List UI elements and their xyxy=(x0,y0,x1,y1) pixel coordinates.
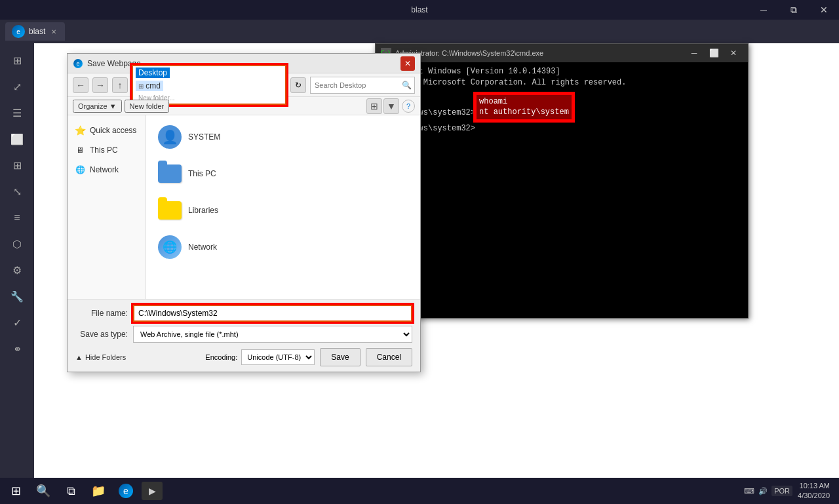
file-label-libraries: Libraries xyxy=(188,206,218,215)
system-user-icon: 👤 xyxy=(158,125,182,149)
media-taskbar-icon[interactable]: ▶ xyxy=(142,482,163,500)
search-input[interactable] xyxy=(310,77,415,94)
time-display: 10:13 AM 4/30/2020 xyxy=(798,481,835,501)
encoding-section: Encoding: Unicode (UTF-8) xyxy=(205,349,315,365)
dialog-back-button[interactable]: ← xyxy=(73,77,88,93)
sidebar-tool-icon[interactable]: 🔧 xyxy=(5,284,29,308)
refresh-button[interactable]: ↻ xyxy=(290,77,306,93)
window-titlebar: blast ─ ⧉ ✕ xyxy=(0,0,839,20)
search-icon: 🔍 xyxy=(402,81,412,90)
cancel-button[interactable]: Cancel xyxy=(366,348,412,366)
save-webpage-dialog: e Save Webpage ✕ ← → ↑ Desktop ⊞ xyxy=(67,53,421,372)
cmd-prompt2: C:\Windows\system32> xyxy=(381,123,743,134)
window-controls: ─ ⧉ ✕ xyxy=(749,0,839,20)
filename-input[interactable] xyxy=(133,305,412,322)
sidebar-expand-icon[interactable]: ⤢ xyxy=(5,75,29,98)
sidebar-resize-icon[interactable]: ⤡ xyxy=(5,180,29,203)
dialog-up-button[interactable]: ↑ xyxy=(112,77,128,93)
taskbar-right: ⌨ 🔊 POR 10:13 AM 4/30/2020 xyxy=(744,481,835,501)
view-dropdown-button[interactable]: ▼ xyxy=(383,98,399,114)
time-value: 10:13 AM xyxy=(798,481,830,491)
desktop-area: C:\ Administrator: C:\Windows\System32\c… xyxy=(34,43,839,478)
file-label-this-pc: This PC xyxy=(188,169,216,178)
file-item-system[interactable]: 👤 SYSTEM xyxy=(154,123,412,151)
search-taskbar-icon[interactable]: 🔍 xyxy=(31,479,55,503)
chevron-up-icon: ▲ xyxy=(75,353,83,361)
cmd-titlebar: C:\ Administrator: C:\Windows\System32\c… xyxy=(376,44,748,62)
network-globe-icon: 🌐 xyxy=(158,235,182,259)
sidebar-puzzle-icon[interactable]: ⬡ xyxy=(5,232,29,256)
network-nav-icon: 🌐 xyxy=(74,164,86,176)
cmd-content: Microsoft Windows [Version 10.0.14393] (… xyxy=(376,62,748,138)
sidebar-item-network[interactable]: 🌐 Network xyxy=(68,160,146,180)
dialog-toolbar: ← → ↑ Desktop ⊞ cmd New folder... ↻ xyxy=(68,73,420,97)
close-window-button[interactable]: ✕ xyxy=(809,0,839,20)
restore-button[interactable]: ⧉ xyxy=(779,0,809,20)
dialog-close-button[interactable]: ✕ xyxy=(400,56,415,71)
help-button[interactable]: ? xyxy=(402,100,415,113)
cmd-line1: Microsoft Windows [Version 10.0.14393] xyxy=(381,66,743,77)
this-pc-icon xyxy=(158,162,182,185)
pc-folder-icon xyxy=(158,165,182,183)
libraries-icon xyxy=(158,199,182,222)
cmd-command-area: C:\Windows\system32>whoamint authority\s… xyxy=(381,94,743,121)
cmd-window: C:\ Administrator: C:\Windows\System32\c… xyxy=(375,43,749,319)
new-folder-button[interactable]: New folder xyxy=(125,100,170,113)
tab-label: blast xyxy=(29,27,45,36)
cmd-title: Administrator: C:\Windows\System32\cmd.e… xyxy=(395,49,681,57)
start-button[interactable]: ⊞ xyxy=(4,479,28,503)
hide-folders-button[interactable]: ▲ Hide Folders xyxy=(75,353,126,361)
content-area: C:\ Administrator: C:\Windows\System32\c… xyxy=(34,43,839,478)
volume-icon: 🔊 xyxy=(758,487,768,495)
tab-bar: e blast ✕ xyxy=(0,20,839,43)
file-item-this-pc[interactable]: This PC xyxy=(154,160,412,187)
tab-close-button[interactable]: ✕ xyxy=(49,27,58,36)
sidebar-grid2-icon[interactable]: ⊞ xyxy=(5,153,29,177)
user-avatar-icon: 👤 xyxy=(158,125,182,149)
task-view-button[interactable]: ⧉ xyxy=(59,479,83,503)
cmd-close-button[interactable]: ✕ xyxy=(724,47,743,60)
sidebar-settings-icon[interactable]: ⚙ xyxy=(5,258,29,282)
cmd-controls: ─ ⬜ ✕ xyxy=(685,47,743,60)
language-indicator[interactable]: POR xyxy=(771,486,792,496)
sidebar-menu-icon[interactable]: ☰ xyxy=(5,101,29,125)
encoding-label: Encoding: xyxy=(205,353,237,361)
file-item-network[interactable]: 🌐 Network xyxy=(154,233,412,261)
view-mode-button[interactable]: ⊞ xyxy=(366,98,382,114)
sidebar-item-quick-access[interactable]: ⭐ Quick access xyxy=(68,121,146,140)
sidebar-quick-access-label: Quick access xyxy=(90,126,136,135)
sidebar-bars-icon[interactable]: ≡ xyxy=(5,206,29,229)
file-list: 👤 SYSTEM This PC xyxy=(146,115,420,299)
file-item-libraries[interactable]: Libraries xyxy=(154,197,412,224)
libraries-folder-icon xyxy=(158,201,182,220)
hide-folders-label: Hide Folders xyxy=(85,353,126,361)
encoding-select[interactable]: Unicode (UTF-8) xyxy=(241,349,315,365)
dialog-content: ⭐ Quick access 🖥 This PC 🌐 Network xyxy=(68,115,420,299)
cmd-restore-button[interactable]: ⬜ xyxy=(705,47,723,60)
ie-taskbar-icon[interactable]: e xyxy=(114,479,138,503)
browser-tab[interactable]: e blast ✕ xyxy=(5,22,65,41)
tab-favicon: e xyxy=(12,25,25,38)
cmd-highlighted-command: whoamint authority\system xyxy=(475,94,573,121)
dialog-nav-sidebar: ⭐ Quick access 🖥 This PC 🌐 Network xyxy=(68,115,146,299)
dialog-forward-button[interactable]: → xyxy=(92,77,108,93)
file-explorer-button[interactable]: 📁 xyxy=(87,479,110,503)
date-value: 4/30/2020 xyxy=(798,491,830,501)
sidebar-item-this-pc[interactable]: 🖥 This PC xyxy=(68,140,146,160)
sidebar-grid-icon[interactable]: ⊞ xyxy=(5,48,29,72)
window-title: blast xyxy=(411,5,427,14)
sidebar-check-icon[interactable]: ✓ xyxy=(5,311,29,334)
save-button[interactable]: Save xyxy=(320,348,360,366)
organize-button[interactable]: Organize ▼ xyxy=(73,100,122,113)
sidebar-this-pc-label: This PC xyxy=(90,145,118,155)
sidebar-link-icon[interactable]: ⚭ xyxy=(5,337,29,360)
path-option-cmd: ⊞ cmd xyxy=(136,81,163,91)
sidebar-layers-icon[interactable]: ⬜ xyxy=(5,127,29,151)
minimize-button[interactable]: ─ xyxy=(749,0,779,20)
pc-nav-icon: 🖥 xyxy=(74,144,86,156)
left-sidebar: ⊞ ⤢ ☰ ⬜ ⊞ ⤡ ≡ ⬡ ⚙ 🔧 ✓ ⚭ xyxy=(0,43,34,478)
cmd-minimize-button[interactable]: ─ xyxy=(685,47,703,60)
search-wrap: 🔍 xyxy=(310,77,415,94)
savetype-select[interactable]: Web Archive, single file (*.mht) xyxy=(133,326,412,343)
system-tray: ⌨ 🔊 POR xyxy=(744,486,792,496)
